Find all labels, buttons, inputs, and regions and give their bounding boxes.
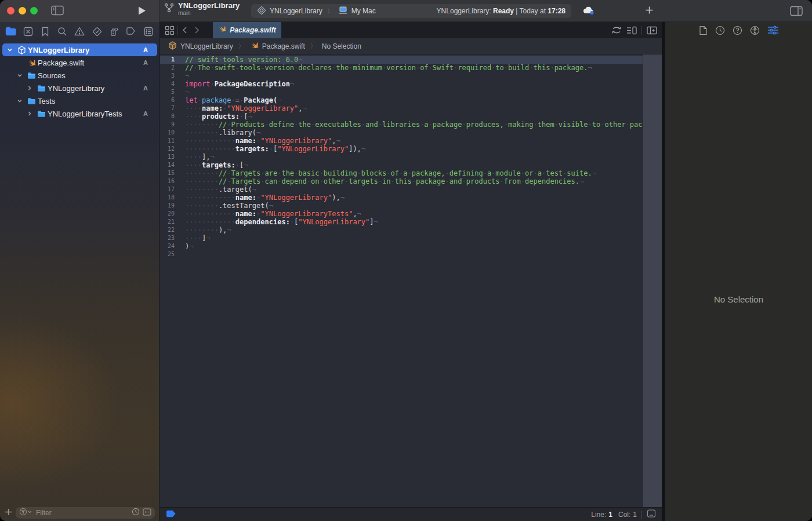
- code-line-9[interactable]: 9········//·Products·define·the·executab…: [160, 121, 643, 129]
- line-number: 5: [160, 88, 180, 96]
- scm-status-badge: A: [143, 107, 148, 120]
- folder-icon: [27, 94, 36, 107]
- history-inspector-icon[interactable]: [715, 25, 725, 35]
- breakpoint-toggle-icon[interactable]: [166, 509, 176, 520]
- tree-item-ynloggerlibrary[interactable]: YNLoggerLibraryA: [0, 43, 160, 56]
- close-button[interactable]: [7, 7, 14, 14]
- tests-navigator-icon[interactable]: [89, 24, 104, 38]
- filter-funnel-icon[interactable]: [19, 508, 33, 518]
- tree-item-sources[interactable]: Sources: [0, 69, 160, 82]
- editor-options-icon[interactable]: [626, 22, 637, 38]
- code-line-1[interactable]: 1//·swift-tools-version:·6.0¬: [160, 56, 643, 64]
- disclosure-down-icon[interactable]: [7, 43, 13, 56]
- toggle-right-sidebar-icon[interactable]: [790, 6, 803, 19]
- disclosure-right-icon[interactable]: [27, 107, 32, 120]
- go-back-button[interactable]: [181, 22, 189, 38]
- code-line-17[interactable]: 17········.target(¬: [160, 185, 643, 194]
- line-number: 7: [160, 104, 180, 112]
- filter-scm-icon[interactable]: [143, 508, 151, 518]
- line-number: 18: [160, 194, 180, 202]
- code-line-18[interactable]: 18············name:·"YNLoggerLibrary"),¬: [160, 194, 643, 202]
- bookmarks-navigator-icon[interactable]: [38, 24, 53, 38]
- reports-navigator-icon[interactable]: [141, 24, 156, 38]
- new-tab-button[interactable]: [645, 6, 654, 17]
- tree-item-ynloggerlibrarytests[interactable]: YNLoggerLibraryTestsA: [0, 107, 160, 120]
- line-number: 3: [160, 72, 180, 80]
- tab-title: Package.swift: [230, 26, 276, 34]
- project-navigator-icon[interactable]: [3, 24, 19, 38]
- run-button[interactable]: [137, 6, 147, 18]
- line-number: 25: [160, 250, 180, 258]
- disclosure-right-icon[interactable]: [27, 82, 32, 94]
- tree-item-package-swift[interactable]: Package.swiftA: [0, 56, 160, 69]
- destination-name[interactable]: My Mac: [351, 7, 376, 15]
- filter-recent-icon[interactable]: [132, 508, 140, 518]
- add-item-button[interactable]: [5, 508, 12, 518]
- filter-input[interactable]: Filter: [16, 507, 155, 519]
- cloud-sync-icon[interactable]: [582, 5, 595, 18]
- code-line-24[interactable]: 24)¬: [160, 242, 643, 250]
- debug-navigator-icon[interactable]: [107, 24, 122, 38]
- minimize-button[interactable]: [19, 7, 26, 14]
- destination-icon: [338, 6, 348, 16]
- source-control-navigator-icon[interactable]: [20, 24, 35, 38]
- code-line-12[interactable]: 12············targets:·["YNLoggerLibrary…: [160, 145, 643, 153]
- scheme-name[interactable]: YNLoggerLibrary: [270, 7, 322, 15]
- line-number: 20: [160, 210, 180, 218]
- toolbar-sidebar-section: [0, 0, 160, 22]
- code-line-20[interactable]: 20············name:·"YNLoggerLibraryTest…: [160, 210, 643, 218]
- line-number: 1: [160, 56, 180, 64]
- code-area[interactable]: 1//·swift-tools-version:·6.0¬2//·The·swi…: [160, 54, 662, 507]
- code-line-14[interactable]: 14····targets:·[¬: [160, 161, 643, 169]
- disclosure-down-icon[interactable]: [17, 69, 23, 82]
- code-line-4[interactable]: 4import·PackageDescription¬: [160, 80, 643, 88]
- breadcrumb-package-swift[interactable]: Package.swift: [250, 41, 305, 52]
- code-line-19[interactable]: 19········.testTarget(¬: [160, 202, 643, 210]
- swift-icon: [250, 41, 259, 52]
- code-line-21[interactable]: 21············dependencies:·["YNLoggerLi…: [160, 218, 643, 226]
- code-line-7[interactable]: 7····name:·"YNLoggerLibrary",¬: [160, 104, 643, 112]
- issues-navigator-icon[interactable]: [72, 24, 87, 38]
- code-line-25[interactable]: 25: [160, 250, 643, 258]
- code-line-13[interactable]: 13····],¬: [160, 153, 643, 161]
- code-line-8[interactable]: 8····products:·[¬: [160, 112, 643, 121]
- quick-help-inspector-icon[interactable]: [733, 25, 742, 35]
- scheme-selector[interactable]: YNLoggerLibrary 〉 My Mac YNLoggerLibrary…: [251, 4, 571, 18]
- toggle-left-sidebar-icon[interactable]: [51, 5, 64, 18]
- source-editor: Package.swift YNLoggerLibrary〉Package.sw…: [160, 22, 662, 521]
- line-number: 6: [160, 96, 180, 104]
- folder-icon: [37, 82, 46, 94]
- go-forward-button[interactable]: [193, 22, 201, 38]
- disclosure-down-icon[interactable]: [17, 94, 23, 107]
- code-line-11[interactable]: 11············name:·"YNLoggerLibrary",¬: [160, 137, 643, 145]
- breadcrumb-no-selection[interactable]: No Selection: [322, 42, 361, 50]
- attributes-inspector-icon[interactable]: [767, 25, 779, 35]
- find-navigator-icon[interactable]: [55, 24, 70, 38]
- project-title: YNLoggerLibrary: [178, 2, 240, 10]
- editor-shortcuts-icon[interactable]: [160, 22, 175, 38]
- file-inspector-icon[interactable]: [699, 25, 708, 35]
- scheme-branch-icon: [164, 3, 174, 15]
- code-line-5[interactable]: 5¬: [160, 88, 643, 96]
- code-line-6[interactable]: 6let·package·=·Package(¬: [160, 96, 643, 104]
- tree-item-ynloggerlibrary[interactable]: YNLoggerLibraryA: [0, 82, 160, 94]
- tab-package-swift[interactable]: Package.swift: [213, 22, 281, 38]
- minimap[interactable]: [643, 54, 662, 507]
- accessibility-inspector-icon[interactable]: [750, 25, 760, 35]
- tree-item-tests[interactable]: Tests: [0, 94, 160, 107]
- code-line-10[interactable]: 10········.library(¬: [160, 129, 643, 137]
- scm-status-badge: A: [143, 56, 148, 69]
- breadcrumb-ynloggerlibrary[interactable]: YNLoggerLibrary: [168, 41, 233, 52]
- editor-display-options-icon[interactable]: [647, 509, 656, 520]
- code-line-23[interactable]: 23····]¬: [160, 234, 643, 242]
- code-line-15[interactable]: 15········//·Targets·are·the·basic·build…: [160, 169, 643, 177]
- code-line-2[interactable]: 2//·The·swift-tools-version·declares·the…: [160, 64, 643, 72]
- zoom-button[interactable]: [30, 7, 38, 14]
- add-editor-button[interactable]: [647, 22, 657, 38]
- breakpoints-navigator-icon[interactable]: [124, 24, 139, 38]
- related-items-icon[interactable]: [611, 22, 622, 38]
- code-line-22[interactable]: 22········),¬: [160, 226, 643, 234]
- scheme-chevron: 〉: [327, 7, 334, 16]
- code-line-16[interactable]: 16········//·Targets·can·depend·on·other…: [160, 177, 643, 185]
- code-line-3[interactable]: 3¬: [160, 72, 643, 80]
